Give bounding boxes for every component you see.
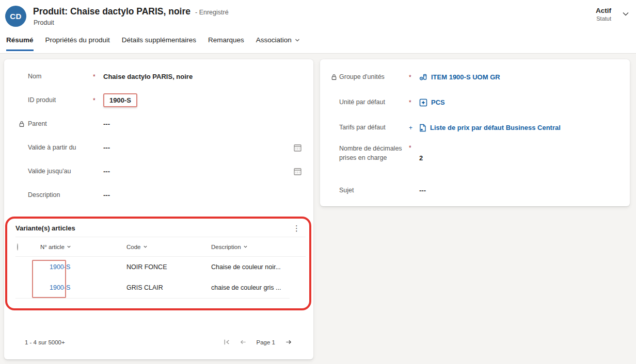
tab-association[interactable]: Association	[256, 36, 300, 51]
field-value-description[interactable]: ---	[103, 191, 110, 199]
required-marker	[93, 124, 103, 124]
save-state: - Enregistré	[195, 9, 229, 16]
previous-page-icon[interactable]	[239, 338, 247, 346]
price-list-icon	[419, 124, 426, 132]
entity-type-label: Produit	[34, 19, 54, 26]
more-commands-icon[interactable]: ⋮	[291, 223, 303, 233]
column-header-n-article[interactable]: N° article	[40, 244, 126, 250]
field-value-parent: ---	[103, 120, 110, 128]
field-row-valide-a-partir-du: Valide à partir du ---	[4, 136, 313, 159]
record-avatar: CD	[5, 6, 26, 27]
tab-proprietes-du-produit[interactable]: Propriétés du produit	[45, 36, 110, 51]
units-section-card: Groupe d'unités * ITEM 1900-S UOM GR Uni…	[320, 59, 630, 206]
subgrid-pagination: 1 - 4 sur 5000+ Page 1	[4, 338, 313, 346]
general-section-card: Nom * Chaise dactylo PARIS, noire ID pro…	[4, 59, 313, 359]
record-range: 1 - 4 sur 5000+	[25, 339, 65, 345]
field-row-id-produit: ID produit * 1900-S	[4, 88, 313, 112]
tab-resume[interactable]: Résumé	[6, 36, 34, 51]
status-label: Statut	[596, 15, 611, 22]
required-marker	[93, 147, 103, 148]
tab-details-supplementaires[interactable]: Détails supplémentaires	[122, 36, 196, 51]
chevron-down-icon	[143, 244, 148, 249]
chevron-down-icon	[243, 244, 248, 249]
field-row-unite-par-defaut: Unité par défaut * PCS	[320, 90, 630, 115]
field-value-id-produit[interactable]: 1900-S	[103, 93, 137, 107]
field-row-nom: Nom * Chaise dactylo PARIS, noire	[4, 64, 313, 88]
unit-icon	[419, 98, 427, 107]
required-marker	[409, 190, 419, 191]
field-row-nombre-decimales: Nombre de décimales prises en charge * 2	[320, 140, 630, 177]
form-header: CD Produit: Chaise dactylo PARIS, noire …	[0, 0, 636, 54]
variant-link[interactable]: 1900-S	[40, 263, 70, 271]
page-title: Produit: Chaise dactylo PARIS, noire	[33, 6, 190, 17]
unit-group-icon	[419, 73, 427, 81]
field-label: Nombre de décimales prises en charge	[339, 140, 409, 162]
lock-icon	[331, 74, 337, 80]
chevron-down-icon	[294, 37, 300, 43]
field-label: Unité par défaut	[339, 97, 409, 107]
field-label: Valide jusqu'au	[28, 167, 93, 176]
required-marker: *	[409, 140, 419, 152]
chevron-down-icon	[67, 244, 71, 249]
field-label: Groupe d'unités	[339, 72, 409, 81]
lock-icon	[19, 121, 25, 127]
field-label: Valide à partir du	[28, 143, 93, 152]
required-marker: *	[409, 98, 419, 106]
status-value[interactable]: Actif	[596, 7, 611, 14]
calendar-icon[interactable]	[293, 167, 302, 176]
tab-remarques[interactable]: Remarques	[208, 36, 244, 51]
field-row-valide-jusquau: Valide jusqu'au ---	[4, 159, 313, 183]
field-label: Sujet	[339, 186, 409, 195]
field-row-parent: Parent ---	[4, 112, 313, 136]
field-label: Description	[28, 190, 93, 200]
chevron-down-icon[interactable]	[622, 10, 630, 18]
tab-bar: Résumé Propriétés du produit Détails sup…	[6, 36, 300, 51]
field-row-groupe-unites: Groupe d'unités * ITEM 1900-S UOM GR	[320, 64, 630, 90]
cell-code: NOIR FONCE	[126, 263, 211, 271]
field-value-nom[interactable]: Chaise dactylo PARIS, noire	[103, 73, 193, 80]
next-page-icon[interactable]	[284, 338, 293, 346]
column-header-description[interactable]: Description	[211, 244, 313, 250]
field-label: Parent	[28, 119, 93, 128]
variant-link[interactable]: 1900-S	[40, 284, 70, 291]
field-label: ID produit	[28, 95, 93, 105]
required-marker: *	[93, 96, 103, 104]
divider	[0, 53, 636, 54]
calendar-icon[interactable]	[293, 143, 302, 152]
field-value-sujet[interactable]: ---	[419, 187, 426, 194]
table-row: 1900-S GRIS CLAIR chaise de couleur gris…	[4, 277, 313, 298]
field-value-valide-jusquau[interactable]: ---	[103, 168, 110, 175]
field-row-sujet: Sujet ---	[320, 177, 630, 203]
subgrid-header: Variante(s) articles ⋮	[4, 219, 313, 237]
divider	[15, 298, 290, 299]
required-marker: *	[93, 73, 103, 80]
field-label: Nom	[28, 72, 93, 81]
status-dropdown[interactable]: Actif Statut	[596, 7, 611, 22]
default-price-list-link[interactable]: Liste de prix par défaut Business Centra…	[419, 124, 561, 132]
column-header-code[interactable]: Code	[126, 244, 211, 250]
default-unit-link[interactable]: PCS	[419, 98, 445, 107]
select-all-checkbox[interactable]	[17, 243, 18, 251]
unit-group-link[interactable]: ITEM 1900-S UOM GR	[419, 73, 500, 81]
field-row-description: Description ---	[4, 183, 313, 207]
subgrid-column-headers: N° article Code Description	[4, 237, 313, 256]
first-page-icon[interactable]	[223, 338, 231, 346]
cell-description: chaise de couleur gris ...	[211, 284, 313, 291]
field-label: Tarifs par défaut	[339, 123, 409, 132]
subgrid-title: Variante(s) articles	[15, 224, 75, 232]
field-value-nombre-decimales[interactable]: 2	[419, 140, 423, 162]
field-row-tarifs-par-defaut: Tarifs par défaut + Liste de prix par dé…	[320, 115, 630, 140]
required-marker	[93, 171, 103, 172]
required-marker	[93, 195, 103, 195]
cell-description: Chaise de couleur noir...	[211, 263, 313, 271]
cell-code: GRIS CLAIR	[126, 284, 211, 291]
recommended-marker: +	[409, 124, 419, 131]
page-indicator: Page 1	[256, 339, 276, 345]
field-value-valide-a-partir-du[interactable]: ---	[103, 144, 110, 152]
table-row: 1900-S NOIR FONCE Chaise de couleur noir…	[4, 257, 313, 277]
required-marker: *	[409, 73, 419, 81]
